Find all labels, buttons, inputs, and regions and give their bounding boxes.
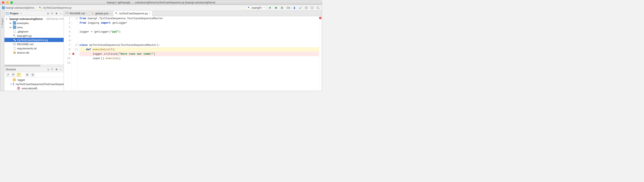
breadcrumb-file[interactable]: myTestCaseSequence.py <box>39 6 72 9</box>
structure-panel-header: Structure ⇲ ⇱ ✱ — <box>4 67 64 72</box>
scrollbar-horizontal[interactable] <box>4 64 64 67</box>
breadcrumb-project[interactable]: baangt-subclassingDemo <box>2 6 34 9</box>
tree-root[interactable]: ▼ baangt-subclassingDemo ~/git/baangt-su… <box>4 17 64 21</box>
code-line[interactable]: logger.critical("here runs our code!") <box>80 52 319 56</box>
git-update-button[interactable] <box>292 6 296 10</box>
tree-item[interactable]: ▶venv <box>4 25 64 29</box>
code-line[interactable] <box>80 25 319 30</box>
tree-item-label: baangt-subclassingDemo <box>10 17 43 21</box>
code-line[interactable]: from logging import getLogger <box>80 21 319 25</box>
project-tree[interactable]: ▼ baangt-subclassingDemo ~/git/baangt-su… <box>4 16 64 64</box>
revert-button[interactable] <box>310 6 314 10</box>
structure-item[interactable]: vlogger <box>4 78 64 82</box>
hide-button[interactable]: — <box>59 68 62 71</box>
tree-item[interactable]: requirements.txt <box>4 46 64 51</box>
tree-item[interactable]: testrun.db <box>4 51 64 55</box>
window-title: baangt [~/git/baangt] - ...-subclassingD… <box>0 1 322 4</box>
code-editor[interactable]: 1234567891011 −−− from baangt.TestCaseSe… <box>64 16 322 91</box>
svg-rect-28 <box>116 14 118 15</box>
editor-tab[interactable]: README.md× <box>64 11 89 16</box>
fold-toggle-icon[interactable]: − <box>76 48 78 51</box>
svg-line-8 <box>276 7 277 8</box>
chevron-down-icon[interactable]: ▼ <box>20 13 22 15</box>
structure-item[interactable]: ▼cmyTestCaseSequence(TestCaseSequenceMas… <box>4 82 64 86</box>
code-line[interactable]: class myTestCaseSequence(TestCaseSequenc… <box>80 43 319 47</box>
svg-rect-11 <box>281 7 283 9</box>
scrollbar-thumb[interactable] <box>5 65 40 66</box>
collapse-button[interactable]: ⇱ <box>50 68 54 71</box>
expand-arrow-icon[interactable]: ▶ <box>10 22 12 24</box>
expand-all-button[interactable]: ⊞ <box>25 73 29 77</box>
stop-button[interactable] <box>280 6 284 10</box>
breadcrumb-separator: 〉 <box>36 6 38 9</box>
folder-icon <box>2 6 5 9</box>
navigation-bar: baangt-subclassingDemo 〉 myTestCaseSeque… <box>0 5 322 11</box>
debug-button[interactable] <box>274 6 278 10</box>
code-lines[interactable]: from baangt.TestCaseSequence.TestCaseSeq… <box>78 16 319 91</box>
project-panel-title: Project <box>10 12 18 15</box>
close-tab-icon[interactable]: × <box>86 12 88 15</box>
main-area: 1: Project Project ▼ ⊕ ⇱ ✱ — ▼ baangt-su… <box>0 11 322 91</box>
editor-tab[interactable]: {}globals.json× <box>89 11 113 16</box>
code-line[interactable] <box>80 38 319 43</box>
fold-toggle-icon[interactable]: − <box>76 17 78 20</box>
collapse-all-button[interactable]: ⇱ <box>50 12 54 15</box>
expand-arrow-icon[interactable]: ▼ <box>6 18 8 20</box>
variable-icon: v <box>13 78 16 81</box>
svg-point-13 <box>317 7 319 9</box>
tree-item[interactable]: M↓README.md <box>4 42 64 46</box>
settings-icon[interactable]: ✱ <box>55 12 58 15</box>
project-tool-tab[interactable]: 1: Project <box>1 17 4 29</box>
svg-rect-1 <box>40 8 42 9</box>
settings-icon[interactable]: ✱ <box>55 68 58 71</box>
code-line[interactable]: logger = getLogger("pyC") <box>80 30 319 34</box>
svg-line-10 <box>276 8 277 9</box>
locate-button[interactable]: ⊕ <box>46 12 50 15</box>
hide-button[interactable]: — <box>59 12 62 15</box>
python-icon <box>115 12 118 15</box>
tab-label: globals.json <box>95 12 108 15</box>
tree-item-label: .gitignore <box>17 30 28 33</box>
database-icon <box>13 51 16 54</box>
fold-toggle-icon[interactable]: − <box>76 44 78 46</box>
sort-button[interactable]: ↓ª <box>6 73 10 77</box>
run-button[interactable] <box>268 6 272 10</box>
fold-gutter[interactable]: −−− <box>75 16 78 91</box>
tree-item[interactable]: myTestCaseSequence.py <box>4 38 64 42</box>
structure-panel: Structure ⇲ ⇱ ✱ — ↓ª Ψ f ⊞ ⊟ vlogg <box>4 67 64 91</box>
code-line[interactable] <box>80 61 319 65</box>
python-icon <box>13 34 16 37</box>
structure-item[interactable]: mexecute(self) <box>4 86 64 90</box>
error-indicator-icon[interactable]: ! <box>319 17 322 19</box>
tree-item[interactable]: .gitignore <box>4 29 64 34</box>
gutter-marks[interactable] <box>72 16 75 91</box>
editor-tab[interactable]: myTestCaseSequence.py× <box>113 11 152 16</box>
error-stripe[interactable]: ! <box>319 16 322 91</box>
structure-panel-title: Structure <box>6 68 16 71</box>
svg-rect-20 <box>14 40 16 41</box>
search-button[interactable] <box>316 6 320 10</box>
close-tab-icon[interactable]: × <box>110 12 112 15</box>
run-config-label: baangtIA <box>252 6 262 9</box>
run-config-selector[interactable]: baangtIA ▼ <box>246 6 266 10</box>
fields-button[interactable]: f <box>17 73 21 77</box>
collapse-all-button[interactable]: ⊟ <box>30 73 35 77</box>
method-icon: m <box>17 87 20 90</box>
expand-arrow-icon[interactable]: ▼ <box>10 83 12 85</box>
history-button[interactable] <box>304 6 308 10</box>
expand-arrow-icon[interactable]: ▶ <box>10 26 12 29</box>
expand-button[interactable]: ⇲ <box>46 68 50 71</box>
tree-item-label: venv <box>17 26 23 29</box>
git-commit-button[interactable] <box>298 6 302 10</box>
close-tab-icon[interactable]: × <box>149 12 151 15</box>
tree-item[interactable]: ▶examples <box>4 21 64 25</box>
tree-item[interactable]: baangtIA.py <box>4 34 64 38</box>
code-line[interactable] <box>80 34 319 38</box>
filter-button[interactable]: Ψ <box>11 73 16 77</box>
code-line[interactable]: super().execute() <box>80 56 319 61</box>
code-line[interactable]: from baangt.TestCaseSequence.TestCaseSeq… <box>80 16 319 21</box>
markdown-icon: M↓ <box>13 43 16 46</box>
breakpoint-icon[interactable] <box>72 53 74 55</box>
code-line[interactable]: def execute(self): <box>80 47 319 52</box>
structure-tree[interactable]: vlogger▼cmyTestCaseSequence(TestCaseSequ… <box>4 77 64 91</box>
